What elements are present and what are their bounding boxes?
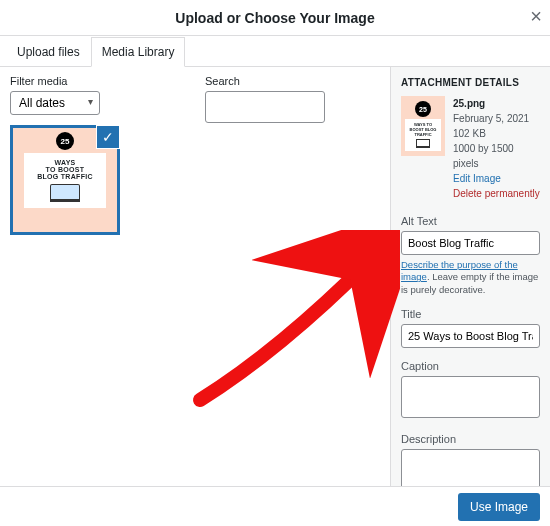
delete-link[interactable]: Delete permanently xyxy=(453,186,540,201)
caption-input[interactable] xyxy=(401,376,540,418)
file-size: 102 KB xyxy=(453,126,540,141)
title-input[interactable] xyxy=(401,324,540,348)
edit-image-link[interactable]: Edit Image xyxy=(453,171,540,186)
search-input[interactable] xyxy=(205,91,325,123)
caption-label: Caption xyxy=(401,360,540,372)
filter-label: Filter media xyxy=(10,75,185,87)
check-icon[interactable]: ✓ xyxy=(97,126,119,148)
detail-thumbnail: 25 WAYS TO BOOST BLOG TRAFFIC xyxy=(401,96,445,156)
attachment-details-panel: ATTACHMENT DETAILS 25 WAYS TO BOOST BLOG… xyxy=(390,67,550,515)
tab-media-library[interactable]: Media Library xyxy=(91,37,186,67)
file-date: February 5, 2021 xyxy=(453,111,540,126)
title-label: Title xyxy=(401,308,540,320)
alt-text-label: Alt Text xyxy=(401,215,540,227)
close-icon[interactable]: × xyxy=(530,6,542,26)
media-tabs: Upload files Media Library xyxy=(0,36,550,67)
file-dimensions: 1000 by 1500 pixels xyxy=(453,141,540,171)
search-label: Search xyxy=(205,75,380,87)
filename: 25.png xyxy=(453,96,540,111)
modal-title: Upload or Choose Your Image xyxy=(175,10,374,26)
use-image-button[interactable]: Use Image xyxy=(458,493,540,521)
filter-date-select[interactable]: All dates xyxy=(10,91,100,115)
laptop-icon xyxy=(50,184,80,202)
panel-heading: ATTACHMENT DETAILS xyxy=(401,77,540,88)
alt-text-input[interactable] xyxy=(401,231,540,255)
tab-upload-files[interactable]: Upload files xyxy=(6,37,91,67)
description-input[interactable] xyxy=(401,449,540,491)
description-label: Description xyxy=(401,433,540,445)
attachment-thumbnail[interactable]: 25 WAYS TO BOOST BLOG TRAFFIC ✓ xyxy=(10,125,120,235)
